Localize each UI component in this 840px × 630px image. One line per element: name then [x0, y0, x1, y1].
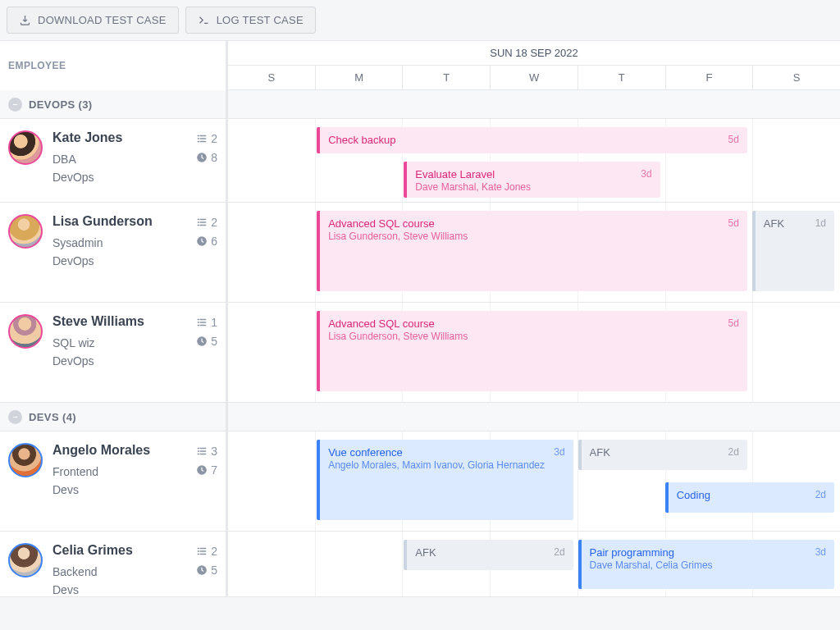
hour-count: 5	[196, 335, 217, 348]
group-spacer	[228, 403, 840, 431]
employee-role: DBA	[52, 150, 186, 168]
event-subtitle: Angelo Morales, Maxim Ivanov, Gloria Her…	[328, 459, 564, 471]
event[interactable]: Coding2d	[665, 482, 834, 513]
event-title: Advanced SQL course	[328, 217, 728, 291]
group-name: DEVOPS (3)	[29, 98, 93, 111]
task-count: 2	[196, 216, 217, 229]
employee-role: Frontend	[52, 463, 186, 481]
event[interactable]: Check backup5d	[317, 127, 747, 153]
employee-team: DevOps	[52, 252, 186, 270]
event[interactable]: Evaluate Laravel3dDave Marshal, Kate Jon…	[404, 162, 660, 198]
weekday-cell: S	[752, 66, 840, 89]
hour-count: 8	[196, 151, 217, 164]
collapse-icon[interactable]	[8, 98, 22, 112]
log-test-case-button[interactable]: LOG TEST CASE	[185, 7, 316, 34]
employee-name: Steve Williams	[52, 314, 186, 329]
collapse-icon[interactable]	[8, 410, 22, 424]
avatar	[8, 214, 43, 249]
event[interactable]: Pair programming3dDave Marshal, Celia Gr…	[578, 540, 834, 589]
employee-name: Lisa Gunderson	[52, 214, 186, 229]
employee-name: Kate Jones	[52, 130, 186, 145]
event-title: AFK	[415, 546, 554, 570]
event-duration: 3d	[554, 446, 564, 520]
group-header[interactable]: DEVOPS (3)	[0, 90, 226, 119]
task-count: 1	[196, 316, 217, 329]
group-spacer	[228, 90, 840, 119]
event[interactable]: AFK2d	[578, 440, 747, 470]
avatar	[8, 443, 43, 477]
employee-team: Devs	[52, 581, 186, 599]
event[interactable]: Advanced SQL course5dLisa Gunderson, Ste…	[317, 311, 747, 391]
terminal-icon	[198, 14, 210, 26]
event-subtitle: Lisa Gunderson, Steve Williams	[328, 331, 739, 342]
employee-role: Sysadmin	[52, 234, 186, 252]
hour-count: 7	[196, 463, 217, 477]
avatar	[8, 314, 43, 349]
group-header[interactable]: DEVS (4)	[0, 403, 226, 431]
event-title: Vue conference	[328, 446, 554, 520]
log-label: LOG TEST CASE	[217, 14, 304, 26]
scheduler-grid: EMPLOYEE DEVOPS (3)Kate JonesDBADevOps28…	[0, 40, 840, 597]
toolbar: DOWNLOAD TEST CASE LOG TEST CASE	[0, 0, 840, 40]
event[interactable]: AFK1d	[752, 211, 834, 291]
avatar	[8, 543, 43, 578]
task-count: 3	[196, 445, 217, 458]
event-title: Check backup	[328, 134, 728, 153]
event-title: Advanced SQL course	[328, 317, 728, 391]
weekday-cell: T	[402, 66, 490, 89]
employee-row[interactable]: Celia GrimesBackendDevs25	[0, 532, 226, 597]
timeline-lane[interactable]: Vue conference3dAngelo Morales, Maxim Iv…	[228, 431, 840, 532]
employee-role: Backend	[52, 563, 186, 581]
event-title: AFK	[764, 217, 815, 291]
timeline-lane[interactable]: Check backup5dEvaluate Laravel3dDave Mar…	[228, 119, 840, 203]
employee-team: Devs	[52, 481, 186, 499]
employee-header: EMPLOYEE	[0, 41, 226, 90]
employee-role: SQL wiz	[52, 334, 186, 352]
event-title: AFK	[590, 446, 728, 470]
hour-count: 5	[196, 564, 217, 577]
task-count: 2	[196, 132, 217, 145]
event[interactable]: AFK2d	[404, 540, 573, 570]
event-duration: 5d	[728, 217, 738, 291]
employee-team: DevOps	[52, 168, 186, 186]
weekday-cell: M	[315, 66, 403, 89]
employee-team: DevOps	[52, 352, 186, 370]
task-count: 2	[196, 545, 217, 558]
avatar	[8, 130, 43, 165]
event-duration: 5d	[728, 317, 738, 391]
weekday-cell: T	[578, 66, 665, 89]
group-name: DEVS (4)	[29, 411, 76, 423]
download-label: DOWNLOAD TEST CASE	[38, 14, 167, 26]
employee-row[interactable]: Lisa GundersonSysadminDevOps26	[0, 203, 226, 303]
employee-row[interactable]: Steve WilliamsSQL wizDevOps15	[0, 303, 226, 403]
weekday-cell: F	[665, 66, 753, 89]
event-duration: 2d	[728, 446, 738, 470]
sidebar: EMPLOYEE DEVOPS (3)Kate JonesDBADevOps28…	[0, 41, 228, 597]
employee-name: Angelo Morales	[52, 443, 186, 458]
employee-row[interactable]: Angelo MoralesFrontendDevs37	[0, 431, 226, 532]
event-subtitle: Dave Marshal, Celia Grimes	[590, 559, 826, 571]
event-subtitle: Dave Marshal, Kate Jones	[415, 181, 651, 193]
event[interactable]: Advanced SQL course5dLisa Gunderson, Ste…	[317, 211, 747, 291]
event-duration: 1d	[815, 217, 826, 291]
employee-name: Celia Grimes	[52, 543, 186, 558]
event-subtitle: Lisa Gunderson, Steve Williams	[328, 231, 739, 242]
event[interactable]: Vue conference3dAngelo Morales, Maxim Iv…	[317, 440, 573, 520]
date-header: SUN 18 SEP 2022	[228, 41, 840, 66]
event-duration: 2d	[815, 489, 826, 513]
timeline-lane[interactable]: Advanced SQL course5dLisa Gunderson, Ste…	[228, 203, 840, 303]
download-test-case-button[interactable]: DOWNLOAD TEST CASE	[7, 7, 179, 34]
download-icon	[19, 14, 31, 26]
hour-count: 6	[196, 235, 217, 248]
timeline-panel: SUN 18 SEP 2022 SMTWTFS Check backup5dEv…	[228, 41, 840, 597]
weekday-cell: W	[490, 66, 578, 89]
event-duration: 5d	[728, 134, 738, 153]
weekday-cell: S	[228, 66, 315, 89]
weekday-header: SMTWTFS	[228, 66, 840, 90]
employee-row[interactable]: Kate JonesDBADevOps28	[0, 119, 226, 203]
event-duration: 2d	[554, 546, 564, 570]
timeline-lane[interactable]: AFK2dPair programming3dDave Marshal, Cel…	[228, 532, 840, 597]
timeline-lane[interactable]: Advanced SQL course5dLisa Gunderson, Ste…	[228, 303, 840, 403]
event-title: Coding	[677, 489, 815, 513]
